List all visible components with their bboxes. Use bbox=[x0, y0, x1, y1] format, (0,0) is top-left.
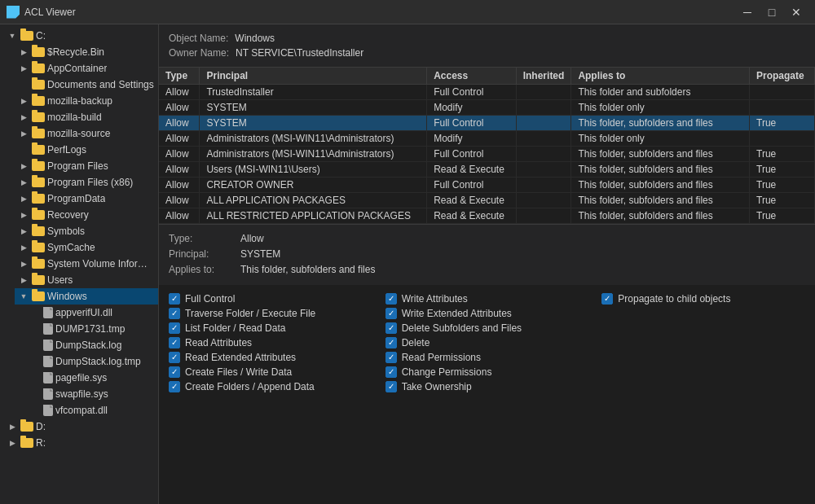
perm-checkbox[interactable] bbox=[385, 381, 397, 392]
tree-item-recyclebin[interactable]: ▶ $Recycle.Bin bbox=[15, 44, 158, 60]
table-row[interactable]: AllowCREATOR OWNERFull ControlThis folde… bbox=[159, 177, 815, 193]
perm-checkbox[interactable] bbox=[385, 337, 397, 348]
tree-item-mozilla-build[interactable]: ▶ mozilla-build bbox=[15, 109, 158, 125]
perm-checkbox[interactable] bbox=[601, 293, 613, 305]
cell-propagate: True bbox=[750, 177, 815, 193]
expand-recyclebin[interactable]: ▶ bbox=[18, 46, 29, 58]
expand-swapfile bbox=[29, 388, 41, 400]
tree-item-mozilla-backup[interactable]: ▶ mozilla-backup bbox=[15, 93, 158, 109]
expand-symcache[interactable]: ▶ bbox=[18, 242, 29, 253]
folder-programfilesx86-icon bbox=[32, 177, 45, 187]
cell-access: Full Control bbox=[427, 116, 517, 131]
expand-vfcompat bbox=[29, 405, 41, 416]
perm-checkbox[interactable] bbox=[385, 366, 397, 378]
col-header-access: Access bbox=[427, 68, 517, 85]
sidebar[interactable]: ▼ C: ▶ $Recycle.Bin ▶ AppContainer Docum… bbox=[0, 24, 159, 504]
tree-item-swapfile[interactable]: swapfile.sys bbox=[26, 386, 158, 402]
expand-programfiles[interactable]: ▶ bbox=[18, 160, 29, 172]
drive-r-icon bbox=[20, 438, 33, 448]
expand-perflogs[interactable] bbox=[18, 144, 29, 156]
cell-access: Read & Execute bbox=[427, 193, 517, 208]
tree-item-perflogs[interactable]: PerfLogs bbox=[15, 142, 158, 158]
tree-item-dumpstacktmp[interactable]: DumpStack.log.tmp bbox=[26, 353, 158, 370]
tree-item-systemvolume[interactable]: ▶ System Volume Information bbox=[15, 256, 158, 272]
maximize-button[interactable]: □ bbox=[760, 0, 784, 24]
table-row[interactable]: AllowAdministrators (MSI-WIN11\Administr… bbox=[159, 147, 815, 162]
expand-d[interactable]: ▶ bbox=[7, 421, 18, 432]
expand-symbols[interactable]: ▶ bbox=[18, 226, 29, 237]
acl-table-body[interactable]: AllowTrustedInstallerFull ControlThis fo… bbox=[159, 85, 815, 224]
tree-item-windows[interactable]: ▼ Windows bbox=[15, 288, 158, 305]
minimize-button[interactable]: ─ bbox=[735, 0, 760, 24]
table-row[interactable]: AllowTrustedInstallerFull ControlThis fo… bbox=[159, 85, 815, 100]
tree-item-dump1731[interactable]: DUMP1731.tmp bbox=[26, 321, 158, 337]
table-row[interactable]: AllowAdministrators (MSI-WIN11\Administr… bbox=[159, 131, 815, 147]
expand-r[interactable]: ▶ bbox=[7, 437, 18, 449]
tree-item-users[interactable]: ▶ Users bbox=[15, 272, 158, 288]
tree-item-symbols[interactable]: ▶ Symbols bbox=[15, 223, 158, 239]
perm-label: Read Attributes bbox=[185, 337, 252, 348]
tree-item-symcache[interactable]: ▶ SymCache bbox=[15, 239, 158, 256]
perm-item: Delete Subfolders and Files bbox=[385, 322, 589, 334]
expand-programfilesx86[interactable]: ▶ bbox=[18, 177, 29, 188]
cell-inherited bbox=[516, 177, 571, 193]
tree-item-documents[interactable]: Documents and Settings bbox=[15, 77, 158, 93]
perm-checkbox[interactable] bbox=[169, 308, 180, 319]
table-row[interactable]: AllowSYSTEMModifyThis folder only bbox=[159, 100, 815, 116]
tree-item-mozilla-source[interactable]: ▶ mozilla-source bbox=[15, 125, 158, 142]
perm-checkbox[interactable] bbox=[169, 337, 180, 348]
permissions-col1: Full ControlTraverse Folder / Execute Fi… bbox=[169, 293, 372, 496]
perm-checkbox[interactable] bbox=[385, 322, 397, 334]
cell-type: Allow bbox=[159, 162, 200, 177]
table-row[interactable]: AllowSYSTEMFull ControlThis folder, subf… bbox=[159, 116, 815, 131]
expand-mozilla-build[interactable]: ▶ bbox=[18, 112, 29, 123]
programdata-label: ProgramData bbox=[47, 193, 105, 204]
vfcompat-label: vfcompat.dll bbox=[55, 405, 108, 416]
perm-checkbox[interactable] bbox=[169, 322, 180, 334]
close-button[interactable]: ✕ bbox=[784, 0, 808, 24]
expand-appcontainer[interactable]: ▶ bbox=[18, 63, 29, 74]
acl-table-container[interactable]: Type Principal Access Inherited Applies … bbox=[159, 68, 815, 224]
cell-propagate: True bbox=[750, 147, 815, 162]
expand-recovery[interactable]: ▶ bbox=[18, 209, 29, 221]
perm-checkbox[interactable] bbox=[169, 366, 180, 378]
expand-mozilla-backup[interactable]: ▶ bbox=[18, 95, 29, 107]
perm-checkbox[interactable] bbox=[169, 352, 180, 363]
tree-item-appverifui[interactable]: appverifUI.dll bbox=[26, 305, 158, 321]
tree-item-appcontainer[interactable]: ▶ AppContainer bbox=[15, 60, 158, 77]
perm-checkbox[interactable] bbox=[385, 293, 397, 305]
tree-item-programfilesx86[interactable]: ▶ Program Files (x86) bbox=[15, 174, 158, 191]
perm-checkbox[interactable] bbox=[385, 352, 397, 363]
expand-documents[interactable] bbox=[18, 79, 29, 90]
cell-appliesTo: This folder and subfolders bbox=[571, 85, 750, 100]
perm-checkbox[interactable] bbox=[169, 293, 180, 305]
tree-item-pagefile[interactable]: pagefile.sys bbox=[26, 370, 158, 386]
drive-c[interactable]: ▼ C: bbox=[3, 28, 158, 44]
tree-item-dumpstack[interactable]: DumpStack.log bbox=[26, 337, 158, 353]
cell-type: Allow bbox=[159, 100, 200, 116]
folder-documents-icon bbox=[32, 80, 45, 90]
permissions-col3: Propagate to child objects bbox=[601, 293, 805, 496]
cell-type: Allow bbox=[159, 177, 200, 193]
table-row[interactable]: AllowALL APPLICATION PACKAGESRead & Exec… bbox=[159, 193, 815, 208]
detail-type-value: Allow bbox=[240, 231, 264, 247]
expand-windows[interactable]: ▼ bbox=[18, 291, 29, 302]
tree-item-recovery[interactable]: ▶ Recovery bbox=[15, 207, 158, 223]
expand-users[interactable]: ▶ bbox=[18, 274, 29, 286]
table-row[interactable]: AllowUsers (MSI-WIN11\Users)Read & Execu… bbox=[159, 162, 815, 177]
drive-d[interactable]: ▶ D: bbox=[3, 419, 158, 435]
expand-dumpstacktmp bbox=[29, 356, 41, 367]
expand-c[interactable]: ▼ bbox=[7, 30, 18, 42]
expand-programdata[interactable]: ▶ bbox=[18, 193, 29, 204]
tree-item-vfcompat[interactable]: vfcompat.dll bbox=[26, 402, 158, 419]
perm-checkbox[interactable] bbox=[169, 381, 180, 392]
file-pagefile-icon bbox=[43, 372, 53, 383]
tree-item-programdata[interactable]: ▶ ProgramData bbox=[15, 191, 158, 207]
expand-systemvolume[interactable]: ▶ bbox=[18, 258, 29, 270]
perm-checkbox[interactable] bbox=[385, 308, 397, 319]
perm-item: Full Control bbox=[169, 293, 372, 305]
tree-item-programfiles[interactable]: ▶ Program Files bbox=[15, 158, 158, 174]
expand-mozilla-source[interactable]: ▶ bbox=[18, 128, 29, 139]
drive-r[interactable]: ▶ R: bbox=[3, 435, 158, 451]
table-row[interactable]: AllowALL RESTRICTED APPLICATION PACKAGES… bbox=[159, 208, 815, 224]
